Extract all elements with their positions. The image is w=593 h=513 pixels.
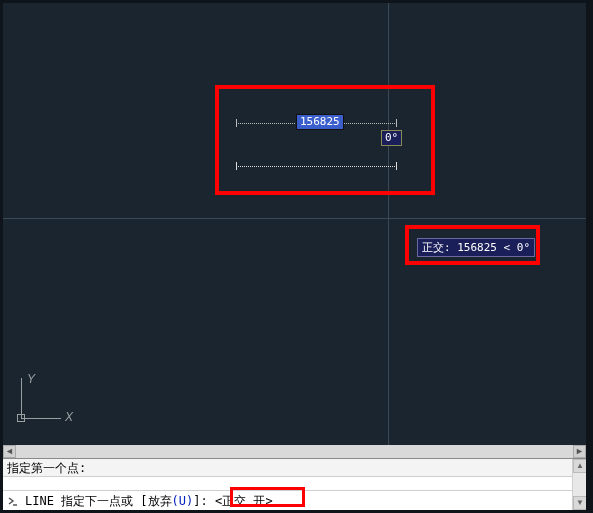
drawing-canvas[interactable]: 156825 0° 正交: 156825 < 0° Y X: [3, 3, 586, 445]
command-history-line: 指定第一个点:: [3, 459, 586, 477]
window-gutter: [586, 0, 593, 513]
ucs-x-label: X: [65, 410, 73, 424]
command-option-label: 放弃: [148, 494, 172, 508]
crosshair-vertical: [388, 3, 389, 445]
annotation-highlight-box: [215, 85, 435, 195]
command-line-icon: [5, 493, 21, 509]
ucs-y-axis: [21, 378, 22, 418]
crosshair-horizontal: [3, 218, 586, 219]
command-name: LINE: [25, 494, 54, 508]
annotation-highlight-box: [405, 225, 540, 265]
command-scrollbar[interactable]: ▲ ▼: [572, 459, 586, 510]
scroll-left-button[interactable]: ◄: [3, 445, 16, 458]
ucs-x-axis: [21, 418, 61, 419]
model-tab-strip[interactable]: ◄ ►: [3, 445, 586, 458]
command-prompt-pre: 指定下一点或 [: [54, 494, 148, 508]
ucs-y-label: Y: [27, 372, 35, 386]
ucs-origin-box: [17, 414, 25, 422]
scroll-right-button[interactable]: ►: [573, 445, 586, 458]
annotation-highlight-box: [230, 487, 305, 507]
command-prompt: LINE 指定下一点或 [放弃(U)]:: [25, 493, 215, 510]
scroll-up-button[interactable]: ▲: [573, 459, 587, 473]
scroll-down-button[interactable]: ▼: [573, 496, 587, 510]
command-option-key: (U): [172, 494, 194, 508]
command-prompt-post: ]:: [193, 494, 215, 508]
